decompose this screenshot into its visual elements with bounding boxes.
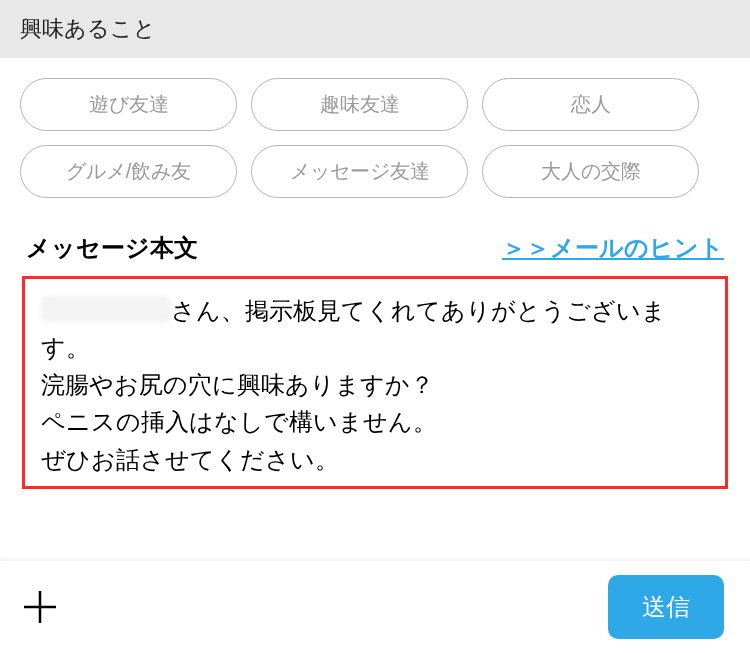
message-line-4: ぜひお話させてください。 [41,447,339,473]
interests-header: 興味あること [0,0,750,58]
message-line-2: 浣腸やお尻の穴に興味ありますか？ [41,372,434,398]
chip-gourmet-friends[interactable]: グルメ/飲み友 [20,145,237,198]
plus-icon [21,588,59,626]
chip-lover[interactable]: 恋人 [482,78,699,131]
add-attachment-button[interactable] [18,585,62,629]
message-title: メッセージ本文 [26,232,198,264]
message-header-row: メッセージ本文 ＞＞メールのヒント [0,228,750,276]
chip-message-friends[interactable]: メッセージ友達 [251,145,468,198]
message-body-text: さん、掲示板見てくれてありがとうございます。浣腸やお尻の穴に興味ありますか？ペニ… [25,279,725,489]
send-button[interactable]: 送信 [608,575,724,639]
mail-hint-link[interactable]: ＞＞メールのヒント [502,232,724,264]
chip-adult-relationship[interactable]: 大人の交際 [482,145,699,198]
message-line-5: よろしくお願いします。 [41,484,314,489]
chip-hobby-friends[interactable]: 趣味友達 [251,78,468,131]
redacted-name [41,296,171,322]
chip-play-friends[interactable]: 遊び友達 [20,78,237,131]
message-line-3: ペニスの挿入はなしで構いません。 [41,409,437,435]
interests-chips: 遊び友達 趣味友達 恋人 グルメ/飲み友 メッセージ友達 大人の交際 [0,58,750,228]
message-body-field[interactable]: さん、掲示板見てくれてありがとうございます。浣腸やお尻の穴に興味ありますか？ペニ… [22,276,728,489]
bottom-bar: 送信 [0,561,750,653]
